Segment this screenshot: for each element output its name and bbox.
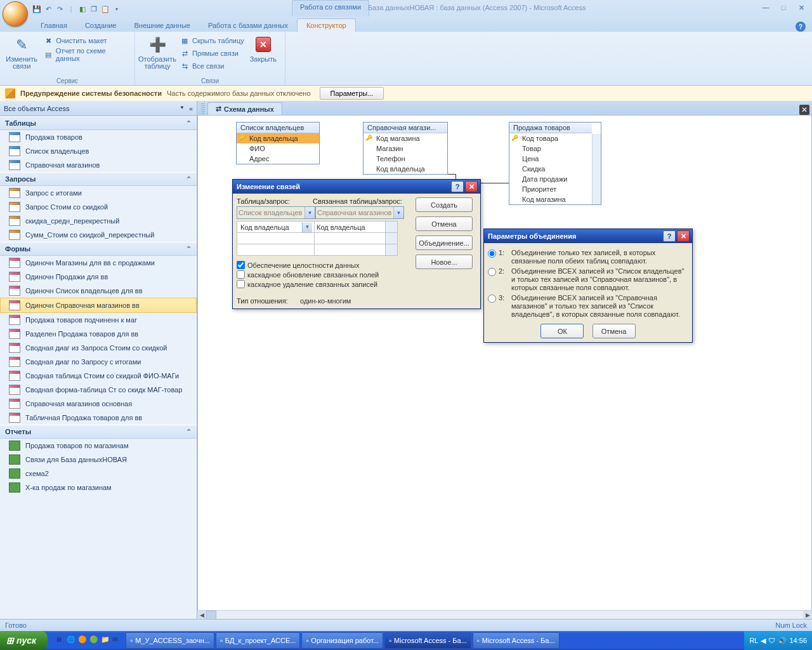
relationships-diagram[interactable]: 1 ∞ Список владельцев Код владельца ФИО … (197, 115, 812, 611)
ql-icon[interactable]: 📁 (101, 635, 111, 646)
nav-dropdown-icon[interactable]: ▼ (180, 105, 185, 112)
checkbox-cascade-update[interactable]: каскадное обновление связанных полей (237, 270, 410, 279)
nav-category-queries[interactable]: Запросы⌃ (0, 172, 197, 186)
edit-relationships-button[interactable]: ✎ Изменить связи (4, 33, 39, 70)
field-mapping-grid[interactable]: Код владельца▼Код владельца (237, 221, 398, 256)
language-indicator[interactable]: RL (749, 637, 758, 644)
scroll-down-button[interactable]: ▼ (593, 196, 601, 204)
new-button[interactable]: Новое... (416, 255, 473, 269)
scroll-up-button[interactable]: ▲ (593, 134, 601, 142)
table-field[interactable]: Адрес (237, 154, 319, 164)
tab-database-tools[interactable]: Работа с базами данных (199, 19, 297, 32)
tab-home[interactable]: Главная (32, 19, 76, 32)
nav-item[interactable]: Одиночн Магазины для вв с продажами (0, 256, 197, 270)
table-field[interactable]: Телефон (363, 154, 447, 164)
nav-item[interactable]: Одиночн Продажи для вв (0, 270, 197, 284)
help-button[interactable]: ? (796, 22, 806, 32)
nav-item[interactable]: Сводная диаг из Запроса Стоим со скидкой (0, 341, 197, 355)
doc-tab-close-button[interactable]: ✕ (799, 105, 809, 115)
doc-tab-relationships[interactable]: ⇄Схема данных (207, 102, 282, 115)
checkbox-cascade-delete[interactable]: каскадное удаление связанных записей (237, 280, 410, 288)
cancel-button[interactable]: Отмена (416, 216, 473, 231)
ql-icon[interactable]: 🌐 (67, 635, 77, 646)
qat-copy-icon[interactable]: ❐ (89, 4, 99, 14)
nav-item[interactable]: Продажа товаров подчиненн к маг (0, 313, 197, 327)
ql-icon[interactable]: ✉ (112, 635, 122, 646)
join-option-2[interactable]: 2:Объединение ВСЕХ записей из "Список вл… (488, 267, 688, 292)
clock[interactable]: 14:56 (789, 637, 807, 644)
nav-category-reports[interactable]: Отчеты⌃ (0, 425, 197, 439)
nav-item[interactable]: Список владельцев (0, 144, 197, 158)
checkbox-integrity[interactable]: Обеспечение целостности данных (237, 261, 410, 269)
nav-item[interactable]: Сводная форма-таблица Ст со скидк МАГ-то… (0, 383, 197, 397)
table-window-owners[interactable]: Список владельцев Код владельца ФИО Адре… (236, 122, 320, 164)
table-field[interactable]: Код магазина (363, 133, 447, 143)
ok-button[interactable]: ОК (540, 324, 584, 338)
save-icon[interactable]: 💾 (32, 4, 42, 14)
nav-item[interactable]: Сводная таблица Стоим со скидкой ФИО-МАГ… (0, 369, 197, 383)
scroll-right-button[interactable]: ▶ (803, 611, 812, 620)
tab-external-data[interactable]: Внешние данные (126, 19, 199, 32)
nav-item[interactable]: Х-ка продаж по магазинам (0, 481, 197, 494)
combo-related-table[interactable]: Справочная магазинов▼ (315, 206, 404, 219)
nav-item[interactable]: Одиночн Справочная магазинов вв (0, 298, 197, 313)
nav-item[interactable]: Разделен Продажа товаров для вв (0, 327, 197, 341)
nav-item[interactable]: Одиночн Список владельцев для вв (0, 284, 197, 298)
horizontal-scrollbar[interactable]: ◀ ▶ (197, 610, 812, 620)
table-field[interactable]: Скидка (509, 164, 592, 174)
nav-item[interactable]: Запрос с итогами (0, 186, 197, 200)
taskbar-button[interactable]: ▫Microsoft Access - Ба... (384, 632, 471, 649)
dropdown-icon[interactable]: ▼ (393, 207, 403, 218)
nav-item[interactable]: скидка_средн_перекрестный (0, 214, 197, 228)
dialog-close-button[interactable]: ✕ (677, 230, 690, 242)
nav-item[interactable]: Продажа товаров (0, 130, 197, 144)
tray-icon[interactable]: 🔊 (778, 637, 787, 645)
table-window-shops[interactable]: Справочная магази... Код магазина Магази… (363, 122, 448, 175)
combo-table[interactable]: Список владельцев▼ (237, 206, 315, 219)
all-relationships-button[interactable]: ⇆Все связи (178, 60, 246, 72)
nav-category-tables[interactable]: Таблицы⌃ (0, 116, 197, 130)
join-option-3[interactable]: 3:Объединение ВСЕХ записей из "Справочна… (488, 294, 688, 319)
nav-header[interactable]: Все объекты Access ▼ « (0, 101, 197, 116)
create-button[interactable]: Создать (416, 197, 473, 212)
qat-paste-icon[interactable]: 📋 (100, 4, 110, 14)
table-field[interactable]: Приоритет (509, 184, 592, 194)
minimize-button[interactable]: — (759, 3, 773, 13)
tab-create[interactable]: Создание (76, 19, 126, 32)
nav-item[interactable]: Связи для База данныхНОВАЯ (0, 453, 197, 467)
qat-more-icon[interactable]: ▾ (112, 4, 122, 14)
nav-item[interactable]: Сводная диаг по Запросу с итогами (0, 355, 197, 369)
office-button[interactable] (3, 1, 28, 27)
tray-icon[interactable]: ◀ (761, 637, 766, 645)
context-tab-relationships[interactable]: Работа со связями (292, 0, 369, 17)
nav-item[interactable]: Справочная магазинов (0, 158, 197, 172)
table-field[interactable]: Код владельца (237, 133, 319, 143)
ql-icon[interactable]: 🟠 (78, 635, 88, 646)
direct-relationships-button[interactable]: ⇄Прямые связи (178, 47, 246, 60)
join-option-1[interactable]: 1:Объединение только тех записей, в кото… (488, 249, 688, 265)
table-field[interactable]: Цена (509, 154, 592, 164)
maximize-button[interactable]: □ (776, 3, 790, 13)
table-field[interactable]: Код товара (509, 133, 592, 143)
dialog-close-button[interactable]: ✕ (465, 181, 478, 192)
show-table-button[interactable]: ➕ Отобразить таблицу (139, 33, 176, 70)
table-window-sales[interactable]: Продажа товаров Код товара Товар Цена Ск… (509, 122, 601, 205)
tab-handle[interactable] (201, 103, 205, 115)
table-field[interactable]: Товар (509, 143, 592, 154)
join-type-button[interactable]: Объединение... (416, 235, 473, 250)
clear-layout-button[interactable]: ✖Очистить макет (42, 34, 131, 47)
close-design-button[interactable]: ✕ Закрыть (248, 33, 278, 63)
scroll-thumb[interactable] (206, 611, 216, 620)
dialog-titlebar[interactable]: Параметры объединения ? ✕ (484, 229, 692, 243)
table-field[interactable]: ФИО (237, 143, 319, 154)
dropdown-icon[interactable]: ▼ (304, 207, 315, 218)
cancel-button[interactable]: Отмена (593, 324, 636, 338)
security-options-button[interactable]: Параметры... (320, 87, 384, 100)
table-field[interactable]: Код владельца (363, 164, 447, 174)
nav-item[interactable]: схема2 (0, 467, 197, 481)
ql-icon[interactable]: 🟢 (89, 635, 100, 646)
taskbar-button[interactable]: ▫Microsoft Access - Ба... (473, 632, 560, 649)
start-button[interactable]: ⊞пуск (0, 631, 48, 650)
nav-category-forms[interactable]: Формы⌃ (0, 242, 197, 256)
nav-item[interactable]: Продажа товаров по магазинам (0, 439, 197, 453)
